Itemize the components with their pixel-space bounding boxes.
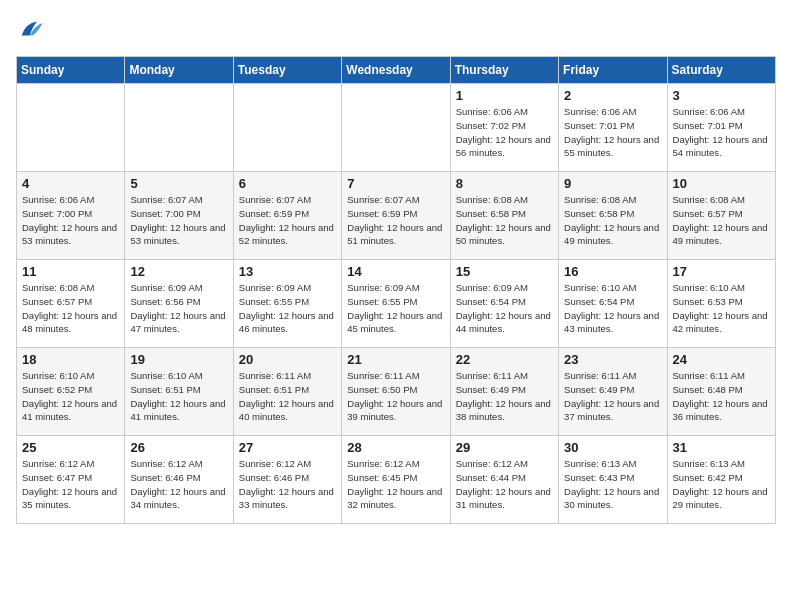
calendar-cell: 17Sunrise: 6:10 AM Sunset: 6:53 PM Dayli… <box>667 260 775 348</box>
day-header-wednesday: Wednesday <box>342 57 450 84</box>
day-header-tuesday: Tuesday <box>233 57 341 84</box>
calendar-cell: 25Sunrise: 6:12 AM Sunset: 6:47 PM Dayli… <box>17 436 125 524</box>
day-number: 7 <box>347 176 444 191</box>
day-info: Sunrise: 6:08 AM Sunset: 6:58 PM Dayligh… <box>456 193 553 248</box>
day-header-saturday: Saturday <box>667 57 775 84</box>
day-number: 14 <box>347 264 444 279</box>
day-number: 17 <box>673 264 770 279</box>
day-info: Sunrise: 6:09 AM Sunset: 6:55 PM Dayligh… <box>239 281 336 336</box>
day-info: Sunrise: 6:09 AM Sunset: 6:55 PM Dayligh… <box>347 281 444 336</box>
day-number: 15 <box>456 264 553 279</box>
day-number: 6 <box>239 176 336 191</box>
day-info: Sunrise: 6:06 AM Sunset: 7:01 PM Dayligh… <box>673 105 770 160</box>
calendar-cell: 31Sunrise: 6:13 AM Sunset: 6:42 PM Dayli… <box>667 436 775 524</box>
day-header-monday: Monday <box>125 57 233 84</box>
day-number: 28 <box>347 440 444 455</box>
day-number: 10 <box>673 176 770 191</box>
day-info: Sunrise: 6:12 AM Sunset: 6:44 PM Dayligh… <box>456 457 553 512</box>
calendar-cell: 22Sunrise: 6:11 AM Sunset: 6:49 PM Dayli… <box>450 348 558 436</box>
day-number: 1 <box>456 88 553 103</box>
calendar-cell: 12Sunrise: 6:09 AM Sunset: 6:56 PM Dayli… <box>125 260 233 348</box>
calendar-cell: 18Sunrise: 6:10 AM Sunset: 6:52 PM Dayli… <box>17 348 125 436</box>
day-info: Sunrise: 6:07 AM Sunset: 7:00 PM Dayligh… <box>130 193 227 248</box>
day-number: 22 <box>456 352 553 367</box>
day-number: 26 <box>130 440 227 455</box>
calendar-table: SundayMondayTuesdayWednesdayThursdayFrid… <box>16 56 776 524</box>
day-info: Sunrise: 6:09 AM Sunset: 6:54 PM Dayligh… <box>456 281 553 336</box>
day-info: Sunrise: 6:11 AM Sunset: 6:50 PM Dayligh… <box>347 369 444 424</box>
calendar-cell: 24Sunrise: 6:11 AM Sunset: 6:48 PM Dayli… <box>667 348 775 436</box>
day-info: Sunrise: 6:13 AM Sunset: 6:43 PM Dayligh… <box>564 457 661 512</box>
calendar-cell: 21Sunrise: 6:11 AM Sunset: 6:50 PM Dayli… <box>342 348 450 436</box>
calendar-cell: 3Sunrise: 6:06 AM Sunset: 7:01 PM Daylig… <box>667 84 775 172</box>
day-number: 23 <box>564 352 661 367</box>
day-info: Sunrise: 6:10 AM Sunset: 6:53 PM Dayligh… <box>673 281 770 336</box>
day-info: Sunrise: 6:08 AM Sunset: 6:58 PM Dayligh… <box>564 193 661 248</box>
day-info: Sunrise: 6:13 AM Sunset: 6:42 PM Dayligh… <box>673 457 770 512</box>
day-info: Sunrise: 6:12 AM Sunset: 6:45 PM Dayligh… <box>347 457 444 512</box>
logo <box>16 16 48 44</box>
day-number: 20 <box>239 352 336 367</box>
day-info: Sunrise: 6:07 AM Sunset: 6:59 PM Dayligh… <box>347 193 444 248</box>
calendar-cell: 7Sunrise: 6:07 AM Sunset: 6:59 PM Daylig… <box>342 172 450 260</box>
calendar-cell: 14Sunrise: 6:09 AM Sunset: 6:55 PM Dayli… <box>342 260 450 348</box>
calendar-cell: 10Sunrise: 6:08 AM Sunset: 6:57 PM Dayli… <box>667 172 775 260</box>
day-number: 29 <box>456 440 553 455</box>
day-number: 16 <box>564 264 661 279</box>
calendar-cell: 1Sunrise: 6:06 AM Sunset: 7:02 PM Daylig… <box>450 84 558 172</box>
day-header-friday: Friday <box>559 57 667 84</box>
calendar-week-row: 18Sunrise: 6:10 AM Sunset: 6:52 PM Dayli… <box>17 348 776 436</box>
day-info: Sunrise: 6:06 AM Sunset: 7:01 PM Dayligh… <box>564 105 661 160</box>
day-info: Sunrise: 6:11 AM Sunset: 6:49 PM Dayligh… <box>456 369 553 424</box>
calendar-cell: 30Sunrise: 6:13 AM Sunset: 6:43 PM Dayli… <box>559 436 667 524</box>
logo-bird-icon <box>16 16 44 44</box>
day-number: 5 <box>130 176 227 191</box>
calendar-week-row: 11Sunrise: 6:08 AM Sunset: 6:57 PM Dayli… <box>17 260 776 348</box>
day-info: Sunrise: 6:08 AM Sunset: 6:57 PM Dayligh… <box>673 193 770 248</box>
calendar-cell: 20Sunrise: 6:11 AM Sunset: 6:51 PM Dayli… <box>233 348 341 436</box>
day-header-thursday: Thursday <box>450 57 558 84</box>
day-info: Sunrise: 6:09 AM Sunset: 6:56 PM Dayligh… <box>130 281 227 336</box>
day-info: Sunrise: 6:11 AM Sunset: 6:51 PM Dayligh… <box>239 369 336 424</box>
calendar-cell: 16Sunrise: 6:10 AM Sunset: 6:54 PM Dayli… <box>559 260 667 348</box>
day-number: 3 <box>673 88 770 103</box>
day-info: Sunrise: 6:12 AM Sunset: 6:46 PM Dayligh… <box>239 457 336 512</box>
calendar-week-row: 4Sunrise: 6:06 AM Sunset: 7:00 PM Daylig… <box>17 172 776 260</box>
calendar-cell <box>233 84 341 172</box>
calendar-cell: 13Sunrise: 6:09 AM Sunset: 6:55 PM Dayli… <box>233 260 341 348</box>
calendar-cell <box>17 84 125 172</box>
day-info: Sunrise: 6:10 AM Sunset: 6:52 PM Dayligh… <box>22 369 119 424</box>
calendar-header-row: SundayMondayTuesdayWednesdayThursdayFrid… <box>17 57 776 84</box>
day-number: 25 <box>22 440 119 455</box>
day-info: Sunrise: 6:11 AM Sunset: 6:49 PM Dayligh… <box>564 369 661 424</box>
calendar-cell: 28Sunrise: 6:12 AM Sunset: 6:45 PM Dayli… <box>342 436 450 524</box>
calendar-cell: 15Sunrise: 6:09 AM Sunset: 6:54 PM Dayli… <box>450 260 558 348</box>
calendar-week-row: 25Sunrise: 6:12 AM Sunset: 6:47 PM Dayli… <box>17 436 776 524</box>
day-number: 21 <box>347 352 444 367</box>
day-number: 8 <box>456 176 553 191</box>
day-number: 31 <box>673 440 770 455</box>
day-info: Sunrise: 6:07 AM Sunset: 6:59 PM Dayligh… <box>239 193 336 248</box>
day-info: Sunrise: 6:06 AM Sunset: 7:00 PM Dayligh… <box>22 193 119 248</box>
calendar-cell <box>125 84 233 172</box>
day-number: 11 <box>22 264 119 279</box>
day-number: 24 <box>673 352 770 367</box>
calendar-cell: 23Sunrise: 6:11 AM Sunset: 6:49 PM Dayli… <box>559 348 667 436</box>
day-number: 4 <box>22 176 119 191</box>
page-header <box>16 16 776 44</box>
day-info: Sunrise: 6:08 AM Sunset: 6:57 PM Dayligh… <box>22 281 119 336</box>
day-info: Sunrise: 6:06 AM Sunset: 7:02 PM Dayligh… <box>456 105 553 160</box>
calendar-cell: 9Sunrise: 6:08 AM Sunset: 6:58 PM Daylig… <box>559 172 667 260</box>
day-number: 27 <box>239 440 336 455</box>
calendar-cell: 5Sunrise: 6:07 AM Sunset: 7:00 PM Daylig… <box>125 172 233 260</box>
calendar-cell: 8Sunrise: 6:08 AM Sunset: 6:58 PM Daylig… <box>450 172 558 260</box>
calendar-cell: 19Sunrise: 6:10 AM Sunset: 6:51 PM Dayli… <box>125 348 233 436</box>
day-header-sunday: Sunday <box>17 57 125 84</box>
day-info: Sunrise: 6:10 AM Sunset: 6:54 PM Dayligh… <box>564 281 661 336</box>
calendar-cell: 6Sunrise: 6:07 AM Sunset: 6:59 PM Daylig… <box>233 172 341 260</box>
day-number: 19 <box>130 352 227 367</box>
day-number: 18 <box>22 352 119 367</box>
calendar-week-row: 1Sunrise: 6:06 AM Sunset: 7:02 PM Daylig… <box>17 84 776 172</box>
day-number: 13 <box>239 264 336 279</box>
day-number: 9 <box>564 176 661 191</box>
